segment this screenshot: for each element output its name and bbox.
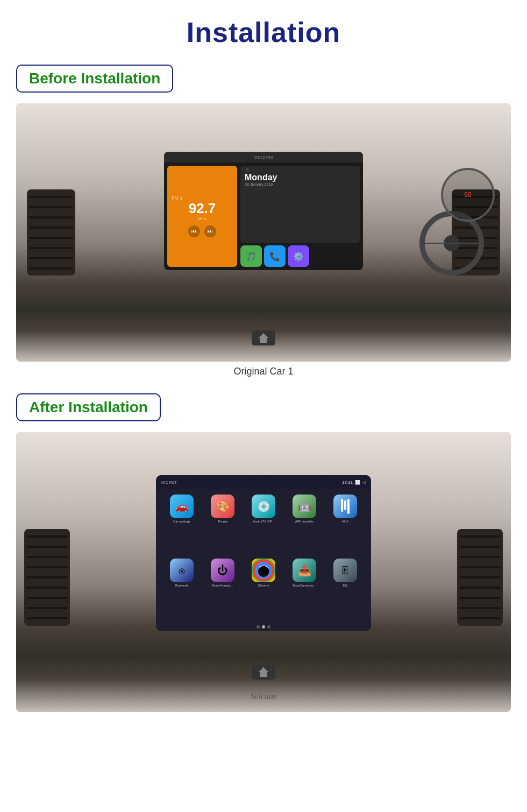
app-chrome[interactable]: ⬤ Chrome xyxy=(245,559,282,618)
radio-day: Monday xyxy=(245,173,355,182)
app-apk[interactable]: 🤖 APK installer xyxy=(286,495,323,554)
app-boot[interactable]: ⏻ Boot Animati... xyxy=(204,559,241,618)
radio-time: 04:52 PM xyxy=(254,155,273,160)
fm-label: FM 1 xyxy=(172,195,183,201)
android-status-left: MIC RST xyxy=(161,481,177,484)
image-caption: Original Car 1 xyxy=(233,366,293,377)
home-button-after[interactable] xyxy=(252,665,275,680)
next-button[interactable]: ⏭ xyxy=(204,225,216,237)
speedometer: 60 xyxy=(441,168,495,222)
radio-date: 28 January 2019 xyxy=(245,182,355,186)
connect-icon[interactable]: ⚙️ xyxy=(288,245,309,267)
app-aux[interactable]: AUX xyxy=(327,495,364,554)
app-eq[interactable]: 🎚 EQ xyxy=(327,559,364,618)
page-title: Installation xyxy=(187,16,340,48)
radio-mhz: MHz xyxy=(198,216,206,221)
app-theme[interactable]: 🎨 Theme xyxy=(204,495,241,554)
phone-icon[interactable]: 📞 xyxy=(264,245,286,267)
music-icon[interactable]: 🎵 xyxy=(240,245,262,267)
app-car-settings[interactable]: 🚗 Car settings xyxy=(163,495,200,554)
before-installation-image: 04:52 PM FM 1 92.7 MHz ⏮ ⏭ 🎵 xyxy=(16,103,511,362)
radio-frequency: 92.7 xyxy=(189,201,216,216)
after-installation-image: MIC RST 13:31 ⬜ ◁ 🚗 Car settings 🎨 Theme xyxy=(16,432,511,712)
home-button[interactable] xyxy=(252,330,275,345)
app-bluetooth[interactable]: ⍟ Bluetooth xyxy=(163,559,200,618)
app-androids[interactable]: 💿 AndroiTS GP... xyxy=(245,495,282,554)
prev-button[interactable]: ⏮ xyxy=(188,225,200,237)
after-installation-label: After Installation xyxy=(16,393,161,421)
before-installation-label: Before Installation xyxy=(16,65,173,93)
android-time: 13:31 xyxy=(342,480,353,485)
seicane-logo: Seicane xyxy=(250,691,277,701)
app-easyconnect[interactable]: 📤 EasyConnects... xyxy=(286,559,323,618)
